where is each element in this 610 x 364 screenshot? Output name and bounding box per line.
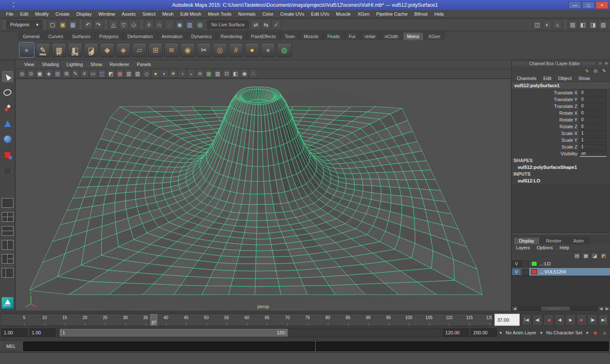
attribute-editor-toggle-icon[interactable]: ◨ xyxy=(588,20,598,29)
panel-menu-panels[interactable]: Panels xyxy=(133,62,155,67)
shelf-tab-animation[interactable]: Animation xyxy=(158,32,187,40)
layer-display-type-box[interactable] xyxy=(521,268,529,276)
select-camera-icon[interactable]: ◎ xyxy=(18,69,26,78)
go-to-start-button[interactable]: |◀ xyxy=(521,314,532,325)
channel-value-field[interactable]: 0 xyxy=(580,117,607,123)
menu-edit[interactable]: Edit xyxy=(17,10,32,18)
xray-icon[interactable]: ▨ xyxy=(214,69,222,78)
chevron-down-icon[interactable]: ▾ xyxy=(499,330,503,336)
cb-menu-object[interactable]: Object xyxy=(555,76,575,81)
move-tool-button[interactable] xyxy=(2,118,13,129)
output-connections-icon[interactable]: ⇆ xyxy=(261,20,271,29)
maximize-button[interactable]: □ xyxy=(582,1,595,9)
menu-color[interactable]: Color xyxy=(259,10,277,18)
menu-file[interactable]: File xyxy=(3,10,17,18)
shelf-item-axis-sphere[interactable]: ◍ xyxy=(277,43,291,57)
new-layer-icon[interactable]: ◪ xyxy=(591,252,599,259)
new-empty-layer-icon[interactable]: ▦ xyxy=(582,252,590,259)
new-scene-icon[interactable]: ▢ xyxy=(48,20,57,29)
shelf-tab-muscle[interactable]: Muscle xyxy=(299,32,323,40)
range-slider-bar[interactable]: 1 120 xyxy=(60,329,288,336)
channel-value-field[interactable]: 0 xyxy=(580,103,607,109)
status-separator[interactable] xyxy=(141,20,142,29)
viewport-canvas[interactable] xyxy=(16,79,511,311)
snap-curve-icon[interactable]: ∩ xyxy=(155,20,164,29)
layer-color-swatch[interactable] xyxy=(531,269,537,274)
minimize-button[interactable]: — xyxy=(568,1,581,9)
shelf-item-sphere[interactable]: ◉ xyxy=(180,43,195,57)
shelf-item-lattice[interactable]: # xyxy=(229,43,243,57)
layout-outliner-button[interactable] xyxy=(2,268,14,278)
select-tool-button[interactable] xyxy=(2,71,13,82)
menu-edit-mesh[interactable]: Edit Mesh xyxy=(177,10,205,18)
step-back-key-button[interactable]: ◀ xyxy=(543,314,554,325)
command-response-field[interactable] xyxy=(316,342,609,351)
selection-mode-dropdown[interactable]: Polygons ▾ xyxy=(7,20,42,29)
shadows-icon[interactable]: ◑ xyxy=(178,69,186,78)
status-separator[interactable] xyxy=(44,20,45,29)
menu-mesh-tools[interactable]: Mesh Tools xyxy=(205,10,235,18)
layer-visibility-icon[interactable]: ▤ xyxy=(573,252,581,259)
grid-toggle-icon[interactable]: # xyxy=(80,69,89,78)
paint-select-tool-button[interactable] xyxy=(2,102,13,113)
channel-speed-icon[interactable]: ϟ xyxy=(584,68,591,74)
menu-muscle[interactable]: Muscle xyxy=(333,10,354,18)
construction-history-icon[interactable]: ✓ xyxy=(272,20,281,29)
shelf-scroll-up-icon[interactable]: ▴ xyxy=(11,1,16,4)
last-tool-button[interactable] xyxy=(2,165,13,176)
tool-settings-toggle-icon[interactable]: ◧ xyxy=(578,20,588,29)
status-separator[interactable] xyxy=(565,20,566,29)
shelf-menu-icon[interactable]: ▾ xyxy=(11,5,16,8)
shelf-tab-curves[interactable]: Curves xyxy=(44,32,67,40)
playback-start-field[interactable]: 1.00 xyxy=(29,328,55,337)
gate-mask-icon[interactable]: ◩ xyxy=(107,69,115,78)
layer-visibility-toggle[interactable]: V xyxy=(512,260,521,267)
menu-help[interactable]: Help xyxy=(431,10,447,18)
channel-sync-icon[interactable]: ◎ xyxy=(592,68,599,74)
panel-menu-shading[interactable]: Shading xyxy=(38,62,63,67)
scroll-left-icon-2[interactable]: ◀ xyxy=(598,306,604,311)
channel-value-field[interactable]: 1 xyxy=(580,137,607,143)
shelf-tab-toon[interactable]: Toon xyxy=(280,32,299,40)
layer-row-vul512hi[interactable]: V ...:VUL512HI xyxy=(512,268,610,276)
menu-assets[interactable]: Assets xyxy=(118,10,139,18)
camera-attributes-icon[interactable]: ▣ xyxy=(36,69,44,78)
live-surface-field[interactable]: No Live Surface xyxy=(207,20,249,29)
ipr-render-icon[interactable]: ◐ xyxy=(543,20,552,29)
motion-blur-icon[interactable]: ≋ xyxy=(196,69,204,78)
layer-row-lo[interactable]: V ...:LO xyxy=(512,260,610,268)
new-layer-from-selected-icon[interactable]: ◩ xyxy=(600,252,607,259)
render-current-frame-icon[interactable]: ◫ xyxy=(532,20,542,29)
shelf-item-ft[interactable]: ▦ FT xyxy=(52,43,66,57)
scroll-left-icon[interactable]: ◀ xyxy=(512,306,518,311)
menu-normals[interactable]: Normals xyxy=(235,10,259,18)
channel-box-header[interactable]: Channel Box / Layer Editor ▫× xyxy=(512,60,610,67)
channel-value-field[interactable]: 1 xyxy=(580,130,607,136)
layer-color-swatch[interactable] xyxy=(531,261,537,266)
save-scene-icon[interactable]: ▦ xyxy=(68,20,78,29)
shaded-mode-icon[interactable]: ● xyxy=(151,69,160,78)
cb-menu-edit[interactable]: Edit xyxy=(540,76,555,81)
textured-mode-icon[interactable]: ◐ xyxy=(160,69,169,78)
occlusion-icon[interactable]: ◒ xyxy=(187,69,195,78)
shelf-item-multicut[interactable]: ✂ xyxy=(197,43,211,57)
menu-modify[interactable]: Modify xyxy=(32,10,52,18)
cb-menu-show[interactable]: Show xyxy=(575,76,593,81)
scrollbar-thumb[interactable] xyxy=(541,306,570,311)
menu-edit-uvs[interactable]: Edit UVs xyxy=(308,10,333,18)
lighting-mode-icon[interactable]: ☀ xyxy=(169,69,177,78)
layer-visibility-toggle[interactable]: V xyxy=(512,268,521,276)
channel-value-field[interactable]: 1 xyxy=(580,144,607,150)
safe-action-icon[interactable]: ▥ xyxy=(125,69,133,78)
shelf-tab-dynamics[interactable]: Dynamics xyxy=(187,32,216,40)
layer-tab-anim[interactable]: Anim xyxy=(568,237,589,244)
grease-pencil-icon[interactable]: ✎ xyxy=(71,69,80,78)
layer-display-type-box[interactable] xyxy=(521,260,529,267)
outliner-toggle-icon[interactable]: ▤ xyxy=(568,20,577,29)
channel-value-field[interactable]: 0 xyxy=(580,90,607,96)
multisample-icon[interactable]: ▩ xyxy=(205,69,213,78)
dock-panel-icon[interactable]: ▫ xyxy=(597,61,603,66)
channel-box-toggle-icon[interactable]: ▥ xyxy=(599,20,608,29)
command-input-field[interactable] xyxy=(23,342,315,351)
status-separator[interactable] xyxy=(80,20,81,29)
